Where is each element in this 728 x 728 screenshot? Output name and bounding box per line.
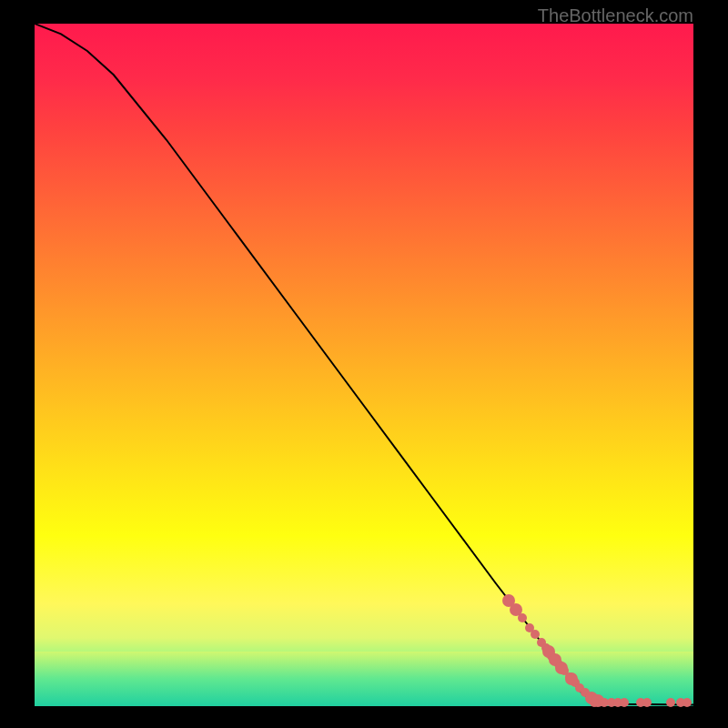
data-point <box>565 672 578 685</box>
watermark-text: TheBottleneck.com <box>538 5 693 26</box>
data-point <box>510 603 522 616</box>
data-point <box>666 698 675 707</box>
gradient-plot-area <box>35 24 693 706</box>
data-point <box>682 698 692 707</box>
